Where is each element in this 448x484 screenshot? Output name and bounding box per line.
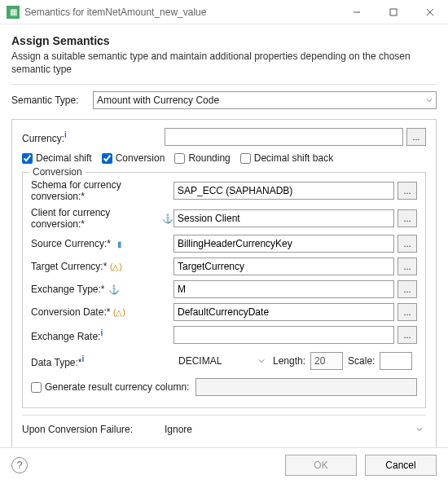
info-icon: i — [64, 130, 67, 139]
options-row: Decimal shift Conversion Rounding Decima… — [22, 152, 426, 164]
source-currency-browse-button[interactable]: ... — [397, 235, 417, 253]
upon-failure-label: Upon Conversion Failure: — [22, 424, 133, 435]
currency-label: Currency:i — [22, 130, 67, 144]
length-label: Length: — [273, 355, 305, 367]
parameter-icon: (△) — [110, 262, 121, 271]
chevron-down-icon — [426, 95, 433, 106]
conversion-group: Conversion Schema for currency conversio… — [22, 172, 426, 408]
maximize-button[interactable] — [375, 0, 411, 24]
close-button[interactable] — [411, 0, 448, 24]
upon-failure-select[interactable]: Ignore — [165, 424, 426, 435]
cancel-button[interactable]: Cancel — [365, 455, 437, 476]
button-bar: ? OK Cancel — [0, 447, 448, 484]
window-title: Semantics for itemNetAmount_new_value — [24, 7, 338, 18]
semantic-type-select[interactable]: Amount with Currency Code — [93, 91, 437, 109]
svg-rect-1 — [390, 9, 397, 15]
rounding-checkbox[interactable]: Rounding — [174, 152, 230, 164]
page-title: Assign Semantics — [11, 34, 437, 47]
currency-browse-button[interactable]: ... — [406, 128, 426, 146]
settings-panel: Currency:i ... Decimal shift Conversion … — [11, 119, 437, 447]
currency-row: Currency:i ... — [22, 128, 426, 146]
info-icon: i — [81, 354, 84, 363]
help-button[interactable]: ? — [11, 457, 28, 473]
dialog-body: Assign Semantics Assign a suitable seman… — [0, 24, 448, 447]
client-label: Client for currency conversion:* — [31, 207, 159, 230]
exchange-type-browse-button[interactable]: ... — [397, 280, 417, 298]
client-input[interactable] — [173, 209, 394, 227]
minimize-button[interactable] — [338, 0, 375, 24]
semantic-type-row: Semantic Type: Amount with Currency Code — [11, 84, 437, 109]
conversion-checkbox[interactable]: Conversion — [102, 152, 165, 164]
conversion-date-input[interactable] — [173, 303, 394, 321]
decimal-shift-back-checkbox[interactable]: Decimal shift back — [240, 152, 333, 164]
target-currency-input[interactable] — [173, 257, 394, 275]
conversion-legend: Conversion — [29, 166, 86, 178]
scale-label: Scale: — [348, 355, 375, 367]
anchor-icon: ⚓ — [162, 213, 173, 224]
parameter-icon: (△) — [113, 308, 125, 317]
exchange-rate-browse-button[interactable]: ... — [397, 326, 417, 344]
conversion-date-browse-button[interactable]: ... — [397, 303, 417, 321]
data-type-select[interactable]: DECIMAL — [178, 355, 268, 367]
exchange-type-label: Exchange Type:* — [31, 284, 105, 295]
info-icon: i — [100, 328, 103, 337]
conversion-date-label: Conversion Date:* — [31, 306, 110, 318]
page-description: Assign a suitable semantic type and main… — [11, 51, 437, 76]
source-currency-input[interactable] — [173, 235, 394, 253]
schema-input[interactable] — [173, 182, 394, 200]
currency-input[interactable] — [165, 128, 403, 146]
length-input — [310, 352, 343, 370]
schema-browse-button[interactable]: ... — [397, 182, 417, 200]
app-icon: ▦ — [7, 6, 20, 19]
schema-label: Schema for currency conversion:* — [31, 179, 173, 202]
title-bar: ▦ Semantics for itemNetAmount_new_value — [0, 0, 448, 24]
decimal-shift-checkbox[interactable]: Decimal shift — [22, 152, 92, 164]
semantic-type-label: Semantic Type: — [11, 95, 93, 106]
anchor-icon: ⚓ — [108, 284, 120, 295]
data-type-label: Data Type:*i — [31, 357, 84, 368]
exchange-rate-label: Exchange Rate:i — [31, 328, 103, 342]
client-browse-button[interactable]: ... — [397, 209, 417, 227]
target-currency-label: Target Currency:* — [31, 261, 107, 272]
column-icon: ▮ — [114, 240, 125, 249]
generate-result-input — [195, 378, 417, 396]
source-currency-label: Source Currency:* — [31, 238, 111, 249]
chevron-down-icon — [416, 424, 423, 435]
generate-result-checkbox[interactable]: Generate result currency column: — [31, 381, 189, 393]
chevron-down-icon — [258, 355, 265, 367]
exchange-rate-input[interactable] — [173, 326, 394, 344]
target-currency-browse-button[interactable]: ... — [397, 257, 417, 275]
ok-button[interactable]: OK — [285, 455, 357, 476]
exchange-type-input[interactable] — [173, 280, 394, 298]
scale-input[interactable] — [380, 352, 412, 370]
